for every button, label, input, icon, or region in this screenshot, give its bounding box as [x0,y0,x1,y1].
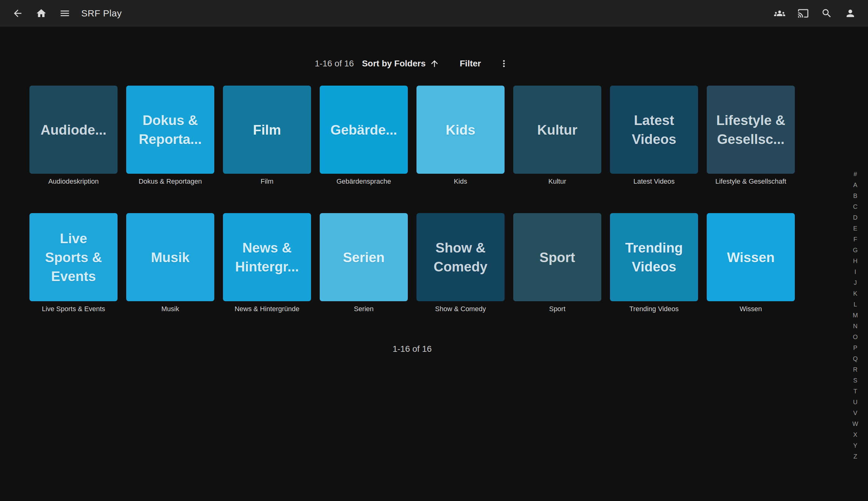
library-cell: News &Hintergr...News & Hintergründe [223,213,311,341]
library-cell: KulturKultur [513,86,601,213]
tile-caption[interactable]: Kids [416,177,504,186]
tile-title-line: Gebärde... [330,120,397,139]
people-group-icon [774,8,785,19]
alpha-letter[interactable]: # [849,169,862,180]
item-count: 1-16 of 16 [315,58,354,68]
sort-button[interactable]: Sort by Folders [362,58,439,68]
alpha-letter[interactable]: V [849,408,862,418]
tile-title-line: Film [253,120,281,139]
app-bar: SRF Play [0,0,868,27]
library-tile[interactable]: LatestVideos [610,86,698,174]
library-grid: Audiode...AudiodeskriptionDokus &Reporta… [30,86,795,341]
tile-title-line: Wissen [727,248,775,267]
library-tile[interactable]: Kids [416,86,504,174]
alpha-letter[interactable]: Z [849,451,862,462]
library-tile[interactable]: Serien [320,213,408,301]
alpha-letter[interactable]: W [849,418,862,429]
alpha-letter[interactable]: T [849,386,862,397]
alpha-letter[interactable]: I [849,266,862,277]
library-tile[interactable]: Musik [126,213,214,301]
tile-caption[interactable]: Latest Videos [610,177,698,186]
library-tile[interactable]: Gebärde... [320,86,408,174]
tile-title-line: Serien [343,248,385,267]
library-tile[interactable]: Audiode... [30,86,118,174]
library-tile[interactable]: Dokus &Reporta... [126,86,214,174]
library-cell: Gebärde...Gebärdensprache [320,86,408,213]
alpha-picker: #ABCDEFGHIJKLMNOPQRSTUVWXYZ [849,169,862,462]
library-cell: MusikMusik [126,213,214,341]
library-tile[interactable]: TrendingVideos [610,213,698,301]
alpha-letter[interactable]: B [849,191,862,201]
app-bar-left-group [12,8,70,19]
alpha-letter[interactable]: J [849,277,862,288]
sort-button-label: Sort by Folders [362,58,425,68]
alpha-letter[interactable]: H [849,256,862,266]
alpha-letter[interactable]: E [849,223,862,234]
alpha-letter[interactable]: Y [849,440,862,451]
search-icon [821,8,832,19]
tile-caption[interactable]: News & Hintergründe [223,304,311,313]
alpha-letter[interactable]: Q [849,353,862,364]
library-tile[interactable]: Sport [513,213,601,301]
library-tile[interactable]: Kultur [513,86,601,174]
page-title: SRF Play [81,8,122,19]
tile-title-line: Audiode... [41,120,107,139]
alpha-letter[interactable]: R [849,364,862,375]
tile-title-line: Show & [435,238,485,257]
alpha-letter[interactable]: O [849,332,862,342]
user-button[interactable] [845,8,856,19]
tile-caption[interactable]: Gebärdensprache [320,177,408,186]
alpha-letter[interactable]: K [849,288,862,299]
alpha-letter[interactable]: C [849,201,862,212]
tile-title-line: Musik [151,248,190,267]
alpha-letter[interactable]: P [849,342,862,353]
tile-caption[interactable]: Kultur [513,177,601,186]
library-tile[interactable]: Wissen [707,213,795,301]
alpha-letter[interactable]: A [849,180,862,191]
tile-caption[interactable]: Musik [126,304,214,313]
tile-caption[interactable]: Sport [513,304,601,313]
menu-button[interactable] [59,8,70,19]
tile-title-line: Comedy [434,257,488,276]
tile-title-line: Hintergr... [235,257,299,276]
tile-caption[interactable]: Film [223,177,311,186]
tile-caption[interactable]: Live Sports & Events [30,304,118,313]
alpha-letter[interactable]: X [849,429,862,440]
alpha-letter[interactable]: F [849,234,862,245]
tile-caption[interactable]: Show & Comedy [416,304,504,313]
tile-caption[interactable]: Serien [320,304,408,313]
pagination-count: 1-16 of 16 [30,344,795,354]
home-button[interactable] [36,8,47,19]
syncplay-button[interactable] [774,8,785,19]
tile-title-line: Sports & [45,248,102,267]
tile-caption[interactable]: Lifestyle & Gesellschaft [707,177,795,186]
tile-caption[interactable]: Trending Videos [610,304,698,313]
cast-button[interactable] [798,8,809,19]
alpha-letter[interactable]: N [849,321,862,332]
alpha-letter[interactable]: D [849,212,862,223]
library-cell: KidsKids [416,86,504,213]
alpha-letter[interactable]: M [849,310,862,321]
library-tile[interactable]: Film [223,86,311,174]
tile-caption[interactable]: Dokus & Reportagen [126,177,214,186]
library-tile[interactable]: Show &Comedy [416,213,504,301]
library-cell: LatestVideosLatest Videos [610,86,698,213]
alpha-letter[interactable]: G [849,245,862,256]
search-button[interactable] [821,8,832,19]
library-cell: TrendingVideosTrending Videos [610,213,698,341]
back-button[interactable] [12,8,23,19]
alpha-letter[interactable]: S [849,375,862,386]
alpha-letter[interactable]: U [849,397,862,408]
more-menu-button[interactable] [498,58,510,69]
filter-button[interactable]: Filter [460,58,481,68]
tile-title-line: Events [51,267,96,286]
tile-caption[interactable]: Audiodeskription [30,177,118,186]
library-cell: Dokus &Reporta...Dokus & Reportagen [126,86,214,213]
library-tile[interactable]: Lifestyle &Gesellsc... [707,86,795,174]
tile-caption[interactable]: Wissen [707,304,795,313]
kebab-menu-icon [499,58,509,69]
library-tile[interactable]: News &Hintergr... [223,213,311,301]
library-tile[interactable]: LiveSports &Events [30,213,118,301]
alpha-letter[interactable]: L [849,299,862,310]
tile-title-line: Videos [632,130,676,149]
